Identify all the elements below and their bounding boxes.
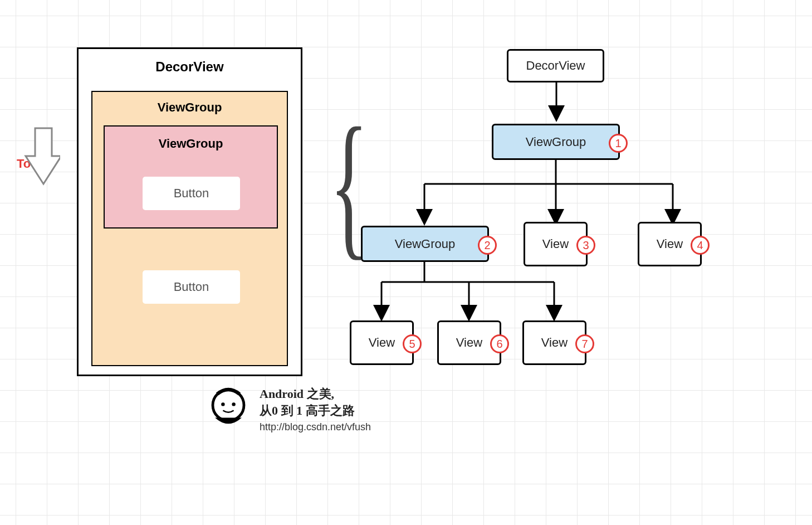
footer-logo-icon xyxy=(206,387,251,432)
footer-url: http://blog.csdn.net/vfush xyxy=(260,421,371,433)
footer-title-2: 从0 到 1 高手之路 xyxy=(260,404,355,417)
badge-7: 7 xyxy=(575,334,594,353)
footer-text: Android 之美, 从0 到 1 高手之路 http://blog.csdn… xyxy=(260,386,371,433)
footer-title-1: Android 之美, xyxy=(260,387,334,401)
svg-point-14 xyxy=(232,402,235,406)
badge-5: 5 xyxy=(403,334,422,353)
footer-watermark: Android 之美, 从0 到 1 高手之路 http://blog.csdn… xyxy=(206,386,371,433)
tree-view6-label: View xyxy=(456,336,482,350)
tree-view-6: View 6 xyxy=(437,320,501,365)
tree-view7-label: View xyxy=(541,336,568,350)
badge-6: 6 xyxy=(490,334,509,353)
tree-view5-label: View xyxy=(369,336,395,350)
tree-view-5: View 5 xyxy=(350,320,414,365)
tree-view-7: View 7 xyxy=(522,320,586,365)
arrow-vg2-branches xyxy=(0,0,812,525)
svg-point-13 xyxy=(221,402,224,406)
